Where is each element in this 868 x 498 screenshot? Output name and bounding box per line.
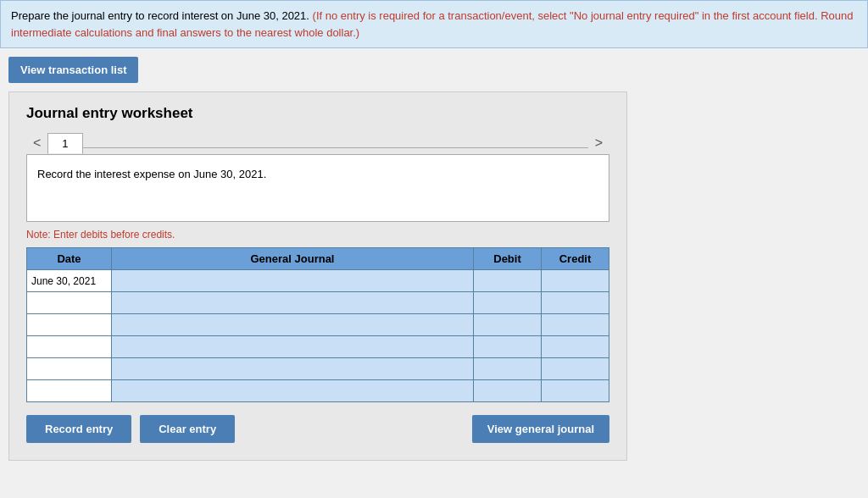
credit-input-4[interactable] — [546, 340, 604, 354]
journal-input-4[interactable] — [116, 340, 469, 354]
credit-cell-5[interactable] — [542, 358, 609, 380]
note-text: Note: Enter debits before credits. — [26, 229, 609, 241]
journal-table: Date General Journal Debit Credit June 3… — [26, 247, 609, 402]
table-row — [27, 380, 609, 402]
credit-cell-1[interactable] — [542, 270, 609, 292]
bottom-buttons: Record entry Clear entry View general jo… — [26, 415, 609, 443]
debit-input-2[interactable] — [478, 296, 537, 310]
tab-prev-button[interactable]: < — [26, 132, 47, 154]
debit-cell-4[interactable] — [474, 336, 542, 358]
journal-cell-2[interactable] — [112, 292, 474, 314]
instruction-main-text: Prepare the journal entry to record inte… — [11, 9, 309, 22]
col-header-credit: Credit — [542, 248, 609, 270]
journal-cell-3[interactable] — [112, 314, 474, 336]
record-entry-button[interactable]: Record entry — [26, 415, 131, 443]
debit-input-1[interactable] — [478, 274, 537, 288]
description-text: Record the interest expense on June 30, … — [37, 168, 266, 180]
tab-navigation: < 1 > — [26, 132, 609, 154]
debit-input-4[interactable] — [478, 340, 537, 354]
instruction-bar: Prepare the journal entry to record inte… — [0, 0, 868, 48]
journal-input-5[interactable] — [116, 362, 469, 376]
debit-cell-3[interactable] — [474, 314, 542, 336]
tab-next-button[interactable]: > — [588, 132, 609, 154]
credit-input-5[interactable] — [546, 362, 604, 376]
col-header-debit: Debit — [474, 248, 542, 270]
view-transaction-button[interactable]: View transaction list — [8, 57, 138, 83]
debit-cell-6[interactable] — [474, 380, 542, 402]
view-general-journal-button[interactable]: View general journal — [472, 415, 609, 443]
date-cell-6 — [27, 380, 112, 402]
debit-input-6[interactable] — [478, 385, 537, 398]
worksheet-title: Journal entry worksheet — [26, 105, 609, 122]
table-row: June 30, 2021 — [27, 270, 609, 292]
date-cell-4 — [27, 336, 112, 358]
debit-cell-5[interactable] — [474, 358, 542, 380]
debit-input-3[interactable] — [478, 318, 537, 332]
credit-cell-2[interactable] — [542, 292, 609, 314]
table-row — [27, 358, 609, 380]
credit-cell-6[interactable] — [542, 380, 609, 402]
worksheet-container: Journal entry worksheet < 1 > Record the… — [8, 91, 627, 461]
credit-input-3[interactable] — [546, 318, 604, 332]
date-cell-5 — [27, 358, 112, 380]
tab-line — [83, 147, 588, 148]
col-header-date: Date — [27, 248, 112, 270]
debit-input-5[interactable] — [478, 362, 537, 376]
journal-cell-4[interactable] — [112, 336, 474, 358]
credit-cell-4[interactable] — [542, 336, 609, 358]
journal-input-3[interactable] — [116, 318, 469, 332]
journal-input-2[interactable] — [116, 296, 469, 310]
debit-cell-2[interactable] — [474, 292, 542, 314]
journal-cell-6[interactable] — [112, 380, 474, 402]
table-row — [27, 336, 609, 358]
journal-cell-5[interactable] — [112, 358, 474, 380]
table-row — [27, 314, 609, 336]
credit-input-2[interactable] — [546, 296, 604, 310]
journal-input-6[interactable] — [116, 385, 469, 398]
date-cell-3 — [27, 314, 112, 336]
clear-entry-button[interactable]: Clear entry — [140, 415, 235, 443]
description-box: Record the interest expense on June 30, … — [26, 154, 609, 222]
col-header-journal: General Journal — [112, 248, 474, 270]
date-cell-1: June 30, 2021 — [27, 270, 112, 292]
date-cell-2 — [27, 292, 112, 314]
journal-input-1[interactable] — [116, 274, 469, 288]
credit-input-6[interactable] — [546, 385, 604, 398]
credit-cell-3[interactable] — [542, 314, 609, 336]
table-row — [27, 292, 609, 314]
tab-1[interactable]: 1 — [47, 133, 82, 154]
credit-input-1[interactable] — [546, 274, 604, 288]
journal-cell-1[interactable] — [112, 270, 474, 292]
debit-cell-1[interactable] — [474, 270, 542, 292]
